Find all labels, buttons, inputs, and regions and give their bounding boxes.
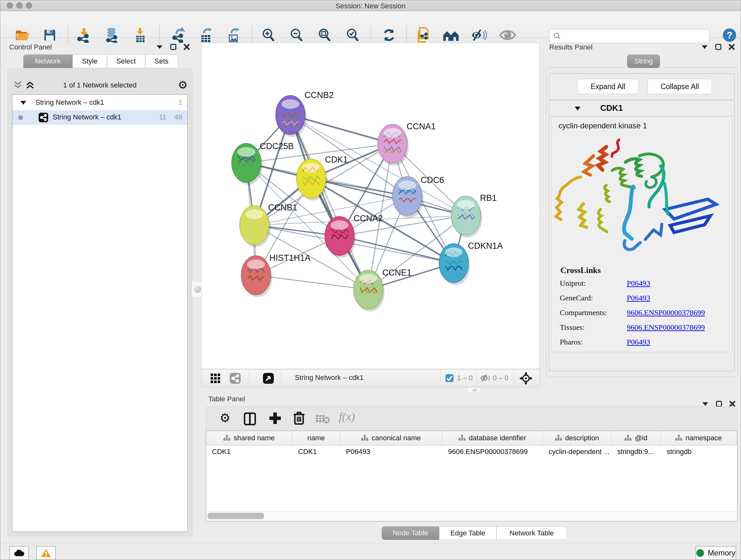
network-edge[interactable] (340, 236, 454, 263)
crosslink-link[interactable]: 9606.ENSP00000378699 (627, 308, 705, 317)
memory-button[interactable]: Memory (695, 546, 736, 560)
network-node-ccna2[interactable]: CCNA2 (325, 213, 383, 258)
network-node-ccnb1[interactable]: CCNB1 (240, 203, 297, 247)
tab-style[interactable]: Style (72, 55, 107, 68)
network-canvas[interactable]: CCNB2CCNA1CDC25BCDK1CDC6RB1CCNB1CCNA2CDK… (201, 43, 540, 369)
column-header[interactable]: database identifier (442, 431, 543, 445)
network-selection-status: 1 of 1 Network selected (8, 81, 192, 89)
network-edge[interactable] (290, 115, 368, 290)
table-cell[interactable]: CDK1 (206, 445, 292, 459)
protein-structure-image (553, 135, 730, 259)
network-node-cdc25b[interactable]: CDC25B (232, 141, 294, 185)
collapse-all-button[interactable]: Collapse All (648, 79, 712, 94)
section-expander-icon[interactable] (574, 106, 581, 111)
tab-network[interactable]: Network (23, 55, 72, 68)
birds-eye-view-icon[interactable] (263, 373, 274, 384)
table-cell[interactable]: stringdb:9... (611, 445, 661, 459)
panel-float-icon[interactable] (170, 44, 177, 50)
warnings-button[interactable] (36, 546, 56, 560)
delete-table-icon[interactable] (316, 415, 330, 424)
panel-close-icon[interactable] (729, 401, 736, 407)
crosslink-link[interactable]: 9606.ENSP00000378699 (627, 323, 705, 332)
network-node-hist1h1a[interactable]: HIST1H1A (241, 253, 311, 297)
network-style-icon[interactable] (230, 373, 241, 384)
show-columns-icon[interactable] (244, 413, 256, 425)
gene-section-header[interactable]: CDK1 (549, 101, 734, 116)
column-header[interactable]: description (543, 431, 611, 445)
tab-edge-table[interactable]: Edge Table (439, 526, 496, 540)
results-panel: Results Panel String Expand All Collapse… (545, 39, 740, 390)
apply-layout-icon[interactable] (380, 27, 398, 44)
panel-float-icon[interactable] (715, 44, 722, 50)
table-horizontal-scrollbar[interactable] (206, 511, 738, 521)
panel-close-icon[interactable] (184, 44, 190, 50)
export-table-icon[interactable] (197, 27, 215, 44)
selected-checkbox-icon[interactable] (446, 374, 454, 382)
network-row-selected[interactable]: String Network – cdk1 11 48 (12, 110, 187, 125)
function-builder-icon[interactable]: f(x) (339, 410, 355, 423)
namespace-icon (361, 435, 368, 441)
table-options-gear-icon[interactable]: ⚙ (219, 412, 230, 424)
scrollbar-thumb[interactable] (207, 513, 264, 519)
expand-all-button[interactable]: Expand All (577, 79, 638, 94)
crosslink-link[interactable]: P06493 (627, 338, 650, 347)
zoom-in-icon[interactable] (259, 27, 277, 44)
network-node-cdc6[interactable]: CDC6 (393, 175, 444, 218)
add-column-icon[interactable] (269, 412, 281, 425)
current-network-title: String Network – cdk1 (295, 374, 363, 382)
tab-sets[interactable]: Sets (145, 55, 178, 68)
cloud-status-button[interactable] (9, 546, 29, 560)
duplicate-network-icon[interactable] (414, 27, 432, 44)
hide-selected-icon[interactable] (470, 27, 488, 44)
tab-string-results[interactable]: String (627, 55, 660, 68)
delete-column-icon[interactable] (293, 411, 305, 425)
column-header[interactable]: @id (611, 431, 661, 445)
network-edge[interactable] (256, 275, 368, 290)
table-row[interactable]: CDK1CDK1P064939606.ENSP00000378699cyclin… (206, 445, 737, 459)
network-node-ccne1[interactable]: CCNE1 (354, 268, 412, 312)
zoom-fit-icon[interactable] (316, 27, 333, 44)
zoom-selected-icon[interactable] (344, 27, 361, 44)
show-all-icon[interactable] (499, 27, 517, 44)
table-cell[interactable]: CDK1 (292, 445, 340, 459)
first-neighbors-icon[interactable] (442, 27, 460, 44)
column-header-label: namespace (685, 434, 722, 442)
panel-menu-icon[interactable] (156, 45, 163, 49)
tab-select[interactable]: Select (107, 55, 145, 68)
network-node-cdk1[interactable]: CDK1 (296, 155, 348, 200)
network-node-rb1[interactable]: RB1 (451, 193, 497, 238)
panel-menu-icon[interactable] (701, 45, 708, 49)
zoom-out-icon[interactable] (287, 27, 306, 44)
tab-network-table[interactable]: Network Table (496, 526, 567, 540)
table-cell[interactable]: stringdb (661, 445, 737, 459)
table-cell[interactable]: 9606.ENSP00000378699 (442, 445, 543, 459)
tree-expander-icon[interactable] (20, 101, 26, 105)
table-cell[interactable]: P06493 (340, 445, 442, 459)
network-node-cdkn1a[interactable]: CDKN1A (439, 241, 503, 285)
column-header[interactable]: canonical name (340, 431, 442, 445)
network-svg: CCNB2CCNA1CDC25BCDK1CDC6RB1CCNB1CCNA2CDK… (202, 43, 539, 369)
network-tab-panel: 1 of 1 Network selected ⚙ String Network… (7, 69, 192, 536)
column-header[interactable]: name (292, 431, 340, 445)
node-label: CDK1 (325, 155, 348, 165)
table-cell[interactable]: cyclin-dependent ... (543, 445, 611, 459)
namespace-icon (624, 435, 631, 441)
panel-float-icon[interactable] (716, 401, 722, 407)
node-table[interactable]: shared namenamecanonical namedatabase id… (206, 431, 738, 512)
string-network-icon (39, 113, 48, 122)
network-options-gear-icon[interactable]: ⚙ (178, 79, 188, 90)
panel-close-icon[interactable] (729, 44, 735, 50)
tab-node-table[interactable]: Node Table (382, 526, 439, 540)
column-header[interactable]: namespace (661, 431, 737, 445)
column-header-label: shared name (233, 434, 274, 442)
crosslink-link[interactable]: P06493 (627, 294, 650, 302)
column-header[interactable]: shared name (206, 431, 292, 445)
show-grid-icon[interactable] (211, 374, 220, 383)
export-image-icon[interactable] (225, 27, 243, 44)
crosslink-link[interactable]: P06493 (627, 279, 650, 288)
network-node-ccna1[interactable]: CCNA1 (378, 122, 436, 166)
network-collection-row[interactable]: String Network – cdk1 1 (12, 96, 187, 110)
panel-menu-icon[interactable] (702, 401, 709, 406)
network-node-ccnb2[interactable]: CCNB2 (276, 90, 334, 137)
fit-content-crosshair-icon[interactable] (520, 372, 532, 385)
